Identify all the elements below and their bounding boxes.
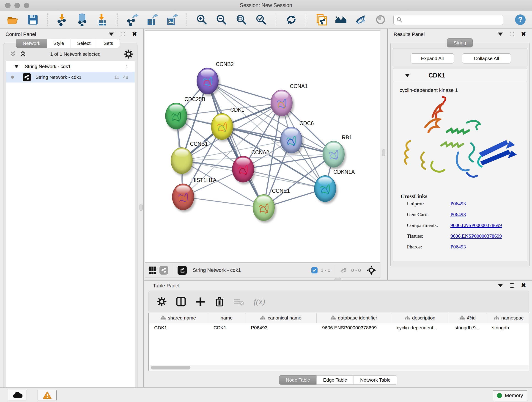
network-node-ccnb2[interactable]	[196, 68, 219, 94]
table-hscrollbar-thumb[interactable]	[151, 366, 190, 370]
column-header-database-identifier[interactable]: database identifier	[317, 313, 391, 323]
network-share-icon[interactable]	[159, 266, 168, 274]
crosslink-link[interactable]: 9606.ENSP00000378699	[450, 233, 502, 239]
import-table-file-icon[interactable]	[95, 13, 109, 27]
export-table-icon[interactable]	[145, 13, 159, 27]
show-graphics-details-icon[interactable]	[374, 13, 388, 27]
expand-all-networks-icon[interactable]	[19, 51, 27, 57]
network-canvas[interactable]: CCNB2CCNA1CDC25BCDK1CDC6RB1CCNB1CCNA2CDK…	[145, 31, 380, 263]
network-node-cdkn1a[interactable]	[314, 175, 336, 202]
control-panel-maximize-icon[interactable]	[121, 32, 125, 36]
network-node-ccna2[interactable]	[232, 156, 254, 182]
zoom-out-icon[interactable]	[215, 13, 229, 27]
column-header-namespac[interactable]: namespac	[486, 313, 529, 323]
network-node-ccna1[interactable]	[271, 89, 293, 116]
table-row[interactable]: CDK1CDK1P064939606.ENSP00000378699cyclin…	[149, 323, 529, 332]
expand-all-button[interactable]: Expand All	[411, 53, 454, 64]
network-node-ccnb1[interactable]	[171, 147, 193, 174]
gene-expander-icon[interactable]	[405, 74, 410, 77]
minimize-window-button[interactable]	[14, 3, 20, 8]
network-row[interactable]: String Network - cdk1 11 48	[6, 72, 135, 83]
table-options-gear-icon[interactable]	[157, 297, 167, 306]
network-node-cdc25b[interactable]	[165, 103, 187, 129]
crosslink-label: Uniprot:	[407, 201, 450, 207]
table-cell[interactable]: 9606.ENSP00000378699	[317, 323, 391, 332]
table-panel-maximize-icon[interactable]	[510, 283, 514, 288]
save-session-icon[interactable]	[26, 13, 40, 27]
network-node-rb1[interactable]	[323, 141, 345, 167]
tab-network[interactable]: Network	[16, 39, 47, 48]
table-cell[interactable]: cyclin-dependent ...	[391, 323, 449, 332]
warnings-button[interactable]	[38, 390, 57, 400]
node-structure-scribble-icon	[284, 133, 298, 150]
tab-select[interactable]: Select	[70, 39, 97, 48]
export-image-icon[interactable]	[165, 13, 179, 27]
help-icon[interactable]: ?	[514, 14, 526, 26]
import-network-database-icon[interactable]	[76, 13, 89, 27]
network-node-hist1h1a[interactable]	[172, 184, 194, 210]
results-panel-close-icon[interactable]: ✖	[521, 32, 526, 36]
results-panel-float-icon[interactable]	[498, 32, 503, 36]
collection-expander-icon[interactable]	[14, 65, 19, 68]
table-panel-float-icon[interactable]	[498, 284, 503, 287]
open-session-icon[interactable]	[6, 13, 20, 27]
cloud-status-button[interactable]	[8, 390, 27, 400]
collapse-all-button[interactable]: Collapse All	[462, 53, 511, 64]
selected-checkbox-icon[interactable]	[311, 267, 317, 274]
hide-selected-icon[interactable]	[354, 13, 368, 27]
network-node-cdk1[interactable]	[211, 113, 233, 140]
right-splitter-handle[interactable]	[382, 149, 385, 156]
import-network-file-icon[interactable]	[56, 13, 70, 27]
zoom-selected-icon[interactable]	[254, 13, 268, 27]
crosslink-link[interactable]: P06493	[450, 201, 466, 207]
close-window-button[interactable]	[5, 3, 11, 8]
show-columns-icon[interactable]	[176, 296, 186, 307]
table-panel-close-icon[interactable]: ✖	[521, 283, 526, 288]
results-panel-maximize-icon[interactable]	[510, 32, 514, 36]
table-cell[interactable]: CDK1	[208, 323, 245, 332]
tab-style[interactable]: Style	[47, 39, 71, 48]
apply-layout-icon[interactable]	[284, 13, 298, 27]
table-cell[interactable]: CDK1	[149, 323, 208, 332]
column-header-description[interactable]: description	[391, 313, 449, 323]
network-options-gear-icon[interactable]	[124, 50, 133, 59]
first-neighbors-icon[interactable]	[314, 13, 328, 27]
tab-edge-table[interactable]: Edge Table	[317, 375, 354, 385]
collapse-all-networks-icon[interactable]	[9, 51, 17, 57]
table-cell[interactable]: P06493	[245, 323, 317, 332]
column-header-shared-name[interactable]: shared name	[149, 313, 208, 323]
add-column-icon[interactable]	[196, 297, 206, 307]
open-in-window-icon[interactable]	[177, 266, 187, 275]
crosslink-link[interactable]: P06493	[450, 211, 466, 217]
grid-view-icon[interactable]	[149, 267, 156, 274]
zoom-window-button[interactable]	[24, 3, 29, 8]
tab-node-table[interactable]: Node Table	[279, 375, 317, 385]
network-collection-row[interactable]: String Network - cdk1 1	[6, 61, 135, 72]
tab-sets[interactable]: Sets	[97, 39, 120, 48]
left-splitter-handle[interactable]	[139, 204, 143, 211]
tab-string[interactable]: String	[447, 38, 473, 47]
delete-column-icon[interactable]	[215, 296, 224, 307]
memory-button[interactable]: Memory	[493, 390, 527, 401]
column-header-canonical-name[interactable]: canonical name	[245, 313, 317, 323]
collection-count: 1	[126, 64, 128, 69]
column-header-name[interactable]: name	[208, 313, 245, 323]
node-label-ccnb2: CCNB2	[216, 61, 234, 67]
network-node-ccne1[interactable]	[253, 194, 275, 221]
zoom-in-icon[interactable]	[195, 13, 209, 27]
table-cell[interactable]: stringdb	[486, 323, 529, 332]
zoom-fit-icon[interactable]	[234, 13, 248, 27]
export-network-icon[interactable]	[125, 13, 139, 27]
column-header--id[interactable]: @id	[449, 313, 486, 323]
control-panel-close-icon[interactable]: ✖	[132, 32, 137, 36]
crosslink-link[interactable]: 9606.ENSP00000378699	[450, 222, 502, 228]
gene-section-header[interactable]: CDK1	[393, 69, 527, 82]
network-node-cdc6[interactable]	[280, 127, 302, 153]
birdseye-toggle-icon[interactable]	[366, 265, 376, 275]
birdseye-view-icon[interactable]	[334, 13, 348, 27]
table-cell[interactable]: stringdb:9...	[449, 323, 486, 332]
crosslink-link[interactable]: P06493	[450, 244, 466, 250]
search-input[interactable]	[393, 15, 503, 25]
tab-network-table[interactable]: Network Table	[354, 375, 397, 385]
control-panel-float-icon[interactable]	[109, 32, 114, 36]
